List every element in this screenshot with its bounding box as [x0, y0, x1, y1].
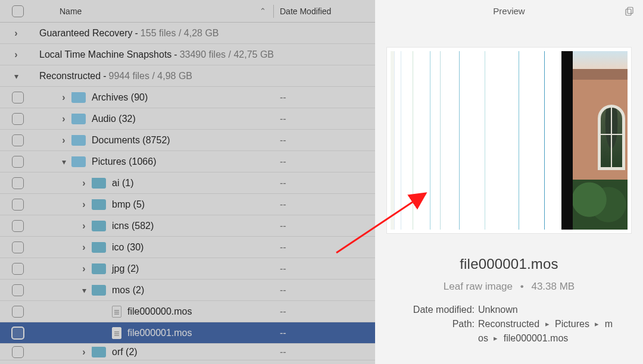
- disclosure-right-icon[interactable]: [12, 49, 20, 60]
- disclosure-down-icon[interactable]: [60, 157, 68, 167]
- root-name: Local Time Machine Snapshots: [39, 49, 171, 60]
- disclosure-right-icon[interactable]: [80, 263, 88, 274]
- disclosure-right-icon[interactable]: [80, 221, 88, 231]
- row-checkbox[interactable]: [12, 306, 24, 318]
- folder-label: orf (2): [112, 347, 138, 357]
- file-list-panel: Name ⌃ Date Modified Guaranteed Recovery…: [0, 0, 375, 364]
- path-part: os: [478, 333, 488, 343]
- folder-audio[interactable]: Audio (32) --: [0, 108, 375, 130]
- column-separator[interactable]: [273, 5, 274, 18]
- date-modified: --: [280, 263, 375, 274]
- column-header-row: Name ⌃ Date Modified: [0, 0, 375, 23]
- disclosure-right-icon[interactable]: [60, 135, 68, 146]
- path-separator-icon: ▸: [542, 319, 553, 328]
- row-checkbox[interactable]: [12, 199, 24, 211]
- folder-icns[interactable]: icns (582) --: [0, 215, 375, 237]
- row-checkbox[interactable]: [11, 327, 24, 340]
- bullet-separator: •: [516, 281, 529, 292]
- folder-icon: [92, 199, 106, 210]
- preview-filename: file000001.mos: [375, 256, 643, 272]
- file-row-file000000[interactable]: file000000.mos --: [0, 301, 375, 322]
- folder-ico[interactable]: ico (30) --: [0, 237, 375, 258]
- path-part: Reconstructed: [478, 319, 539, 329]
- folder-icon: [92, 221, 106, 231]
- sort-ascending-icon: ⌃: [260, 7, 266, 15]
- date-modified: --: [280, 135, 375, 146]
- black-bar: [561, 51, 573, 230]
- root-name: Reconstructed: [39, 71, 101, 81]
- preview-header: Preview: [375, 0, 643, 23]
- row-checkbox[interactable]: [12, 134, 24, 146]
- copy-icon[interactable]: [624, 6, 635, 17]
- dash: -: [101, 71, 108, 81]
- meta-value: Unknown: [478, 305, 632, 315]
- folder-icon: [92, 263, 106, 274]
- disclosure-right-icon[interactable]: [80, 199, 88, 210]
- folder-icon: [92, 347, 106, 357]
- path-separator-icon: ▸: [491, 334, 501, 343]
- row-checkbox[interactable]: [12, 156, 24, 168]
- folder-icon: [92, 242, 106, 253]
- disclosure-right-icon[interactable]: [60, 92, 68, 103]
- preview-subtitle: Leaf raw image • 43.38 MB: [375, 281, 643, 293]
- folder-label: Audio (32): [92, 114, 136, 124]
- disclosure-right-icon[interactable]: [12, 28, 20, 39]
- date-modified: --: [280, 328, 375, 338]
- preview-size: 43.38 MB: [531, 281, 575, 292]
- disclosure-right-icon[interactable]: [80, 347, 88, 357]
- root-guaranteed-recovery[interactable]: Guaranteed Recovery - 155 files / 4,28 G…: [0, 23, 375, 44]
- folder-jpg[interactable]: jpg (2) --: [0, 258, 375, 280]
- root-reconstructed[interactable]: Reconstructed - 9944 files / 4,98 GB: [0, 65, 375, 87]
- preview-metadata: Date modified: Unknown Path: Reconstruct…: [375, 305, 643, 344]
- row-checkbox[interactable]: [12, 92, 24, 103]
- row-checkbox[interactable]: [12, 263, 24, 275]
- preview-kind: Leaf raw image: [444, 281, 513, 292]
- date-modified: --: [280, 92, 375, 103]
- row-checkbox[interactable]: [12, 220, 24, 232]
- column-header-name-label: Name: [60, 7, 82, 16]
- select-all-checkbox[interactable]: [12, 5, 24, 17]
- meta-date-modified: Date modified: Unknown: [386, 305, 632, 315]
- path-part: Pictures: [555, 319, 589, 329]
- folder-documents[interactable]: Documents (8752) --: [0, 130, 375, 151]
- file-row-file000001-selected[interactable]: file000001.mos --: [0, 322, 375, 344]
- folder-bmp[interactable]: bmp (5) --: [0, 194, 375, 215]
- folder-mos[interactable]: mos (2) --: [0, 280, 375, 301]
- disclosure-down-icon[interactable]: [80, 285, 88, 295]
- folder-icon: [71, 92, 86, 103]
- folder-orf[interactable]: orf (2) --: [0, 344, 375, 360]
- folder-label: Archives (90): [92, 92, 148, 103]
- root-sub: 155 files / 4,28 GB: [141, 28, 219, 39]
- folder-ai[interactable]: ai (1) --: [0, 172, 375, 194]
- folder-label: Pictures (1066): [92, 156, 157, 167]
- meta-key: Path:: [386, 319, 478, 330]
- root-sub: 9944 files / 4,98 GB: [109, 71, 193, 81]
- row-checkbox[interactable]: [12, 241, 24, 253]
- svg-rect-0: [628, 7, 633, 14]
- folder-label: mos (2): [112, 285, 144, 296]
- file-icon: [112, 327, 121, 339]
- meta-path-cont: os ▸ file000001.mos: [386, 333, 632, 344]
- folder-archives[interactable]: Archives (90) --: [0, 87, 375, 108]
- meta-path: Path: Reconstructed ▸ Pictures ▸ m: [386, 319, 632, 330]
- dash: -: [171, 49, 179, 60]
- date-modified: --: [280, 285, 375, 296]
- meta-key: Date modified:: [386, 305, 478, 315]
- preview-thumbnail[interactable]: [387, 48, 631, 233]
- root-local-time-machine[interactable]: Local Time Machine Snapshots - 33490 fil…: [0, 44, 375, 65]
- disclosure-down-icon[interactable]: [12, 71, 20, 81]
- disclosure-right-icon[interactable]: [80, 242, 88, 253]
- row-checkbox[interactable]: [12, 113, 24, 125]
- root-sub: 33490 files / 42,75 GB: [180, 49, 274, 60]
- column-header-name[interactable]: Name ⌃: [36, 7, 273, 16]
- root-name: Guaranteed Recovery: [39, 28, 133, 39]
- column-header-date[interactable]: Date Modified: [280, 7, 375, 16]
- disclosure-right-icon[interactable]: [80, 178, 88, 189]
- row-checkbox[interactable]: [12, 177, 24, 189]
- folder-pictures[interactable]: Pictures (1066) --: [0, 151, 375, 172]
- folder-icon: [92, 285, 106, 296]
- disclosure-right-icon[interactable]: [60, 114, 68, 124]
- row-checkbox[interactable]: [12, 346, 24, 358]
- row-checkbox[interactable]: [12, 284, 24, 296]
- folder-icon: [71, 114, 86, 124]
